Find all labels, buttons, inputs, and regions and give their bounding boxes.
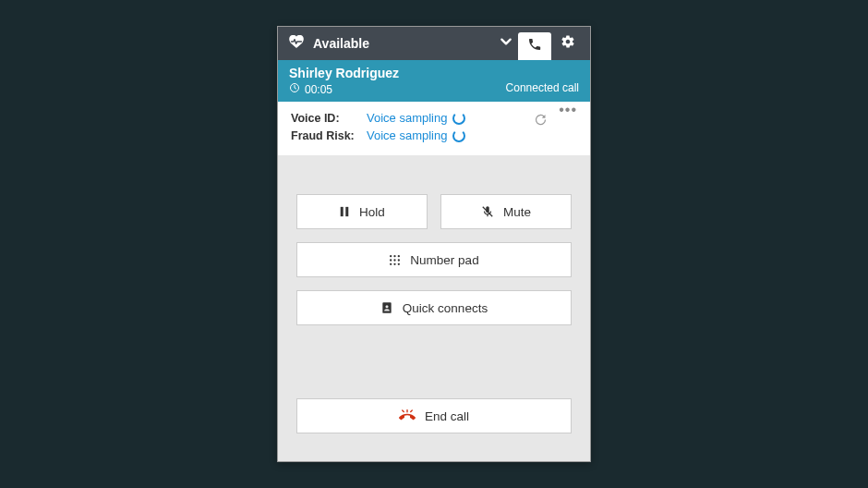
dialpad-icon xyxy=(389,254,401,266)
refresh-button[interactable] xyxy=(534,113,548,129)
voiceid-value: Voice sampling xyxy=(367,111,465,125)
svg-point-4 xyxy=(390,255,392,257)
svg-point-11 xyxy=(394,262,396,264)
mute-button[interactable]: Mute xyxy=(440,194,572,229)
mute-icon xyxy=(481,205,494,218)
ccp-panel: Available Shirley Rodriguez 00:05 xyxy=(277,26,591,462)
phone-icon xyxy=(527,37,542,55)
svg-point-12 xyxy=(398,262,400,264)
agent-status-dropdown[interactable]: Available xyxy=(287,35,500,52)
fraud-risk-label: Fraud Risk: xyxy=(291,129,359,142)
call-controls: Hold Mute Number pad xyxy=(278,155,590,461)
call-state: Connected call xyxy=(506,81,579,96)
clock-icon xyxy=(289,82,300,96)
caller-name: Shirley Rodriguez xyxy=(289,66,399,80)
call-timer: 00:05 xyxy=(289,82,399,96)
agent-status-text: Available xyxy=(313,36,369,51)
fraud-risk-row: Fraud Risk: Voice sampling xyxy=(291,128,526,142)
call-timer-value: 00:05 xyxy=(305,83,332,96)
fraud-risk-value: Voice sampling xyxy=(367,128,465,142)
caller-info-bar: Shirley Rodriguez 00:05 Connected call xyxy=(278,60,590,102)
endcall-button[interactable]: End call xyxy=(296,398,572,433)
svg-point-8 xyxy=(394,259,396,261)
svg-point-9 xyxy=(398,259,400,261)
spinner-icon xyxy=(452,129,465,142)
svg-point-5 xyxy=(394,255,396,257)
hangup-icon xyxy=(399,409,416,422)
voiceid-section: Voice ID: Voice sampling Fraud Risk: Voi… xyxy=(278,102,590,155)
phone-tab[interactable] xyxy=(518,32,551,60)
contacts-icon xyxy=(380,301,393,314)
gear-icon xyxy=(561,34,575,53)
svg-point-14 xyxy=(385,305,388,308)
settings-button[interactable] xyxy=(551,30,585,57)
hold-button[interactable]: Hold xyxy=(296,194,428,229)
svg-point-6 xyxy=(398,255,400,257)
status-heartbeat-icon xyxy=(287,35,306,52)
numberpad-button[interactable]: Number pad xyxy=(296,242,572,277)
svg-point-10 xyxy=(390,262,392,264)
voiceid-row: Voice ID: Voice sampling xyxy=(291,111,526,125)
topbar: Available xyxy=(278,27,590,60)
quickconnects-button[interactable]: Quick connects xyxy=(296,290,572,325)
svg-rect-1 xyxy=(341,207,344,216)
svg-point-7 xyxy=(390,259,392,261)
pause-icon xyxy=(339,206,350,217)
spinner-icon xyxy=(452,112,465,125)
chevron-down-icon xyxy=(500,35,512,52)
svg-rect-2 xyxy=(345,207,348,216)
voiceid-label: Voice ID: xyxy=(291,112,359,125)
